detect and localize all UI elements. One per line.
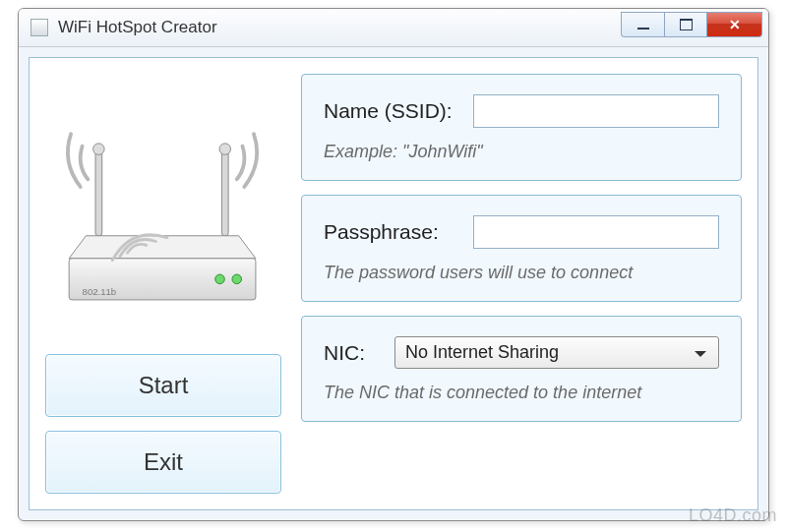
passphrase-group: Passphrase: The password users will use … [301,195,742,302]
left-column: 802.11b Start Exit [45,74,281,494]
app-window: WiFi HotSpot Creator [18,8,769,521]
maximize-button[interactable] [664,12,707,37]
ssid-input[interactable] [473,94,719,128]
window-title: WiFi HotSpot Creator [58,18,217,37]
client-area: 802.11b Start Exit Name (SSID): Example:… [29,57,758,510]
nic-select[interactable]: No Internet Sharing [394,336,719,369]
router-image: 802.11b [45,74,281,340]
router-icon: 802.11b [50,94,276,321]
titlebar[interactable]: WiFi HotSpot Creator [19,9,768,47]
start-button-label: Start [139,372,189,399]
passphrase-hint: The password users will use to connect [324,263,719,283]
nic-selected-value: No Internet Sharing [405,342,559,363]
passphrase-input[interactable] [473,215,719,249]
exit-button[interactable]: Exit [45,431,281,494]
ssid-group: Name (SSID): Example: "JohnWifi" [301,74,742,181]
svg-point-5 [215,274,225,284]
svg-point-6 [232,274,242,284]
svg-point-3 [219,143,231,154]
svg-rect-2 [221,150,228,235]
passphrase-label: Passphrase: [324,220,459,244]
window-controls [621,12,762,37]
ssid-hint: Example: "JohnWifi" [324,142,719,162]
exit-button-label: Exit [144,448,183,476]
nic-group: NIC: No Internet Sharing The NIC that is… [301,316,742,422]
svg-rect-0 [95,150,102,235]
nic-label: NIC: [324,341,381,365]
close-button[interactable] [707,12,762,37]
minimize-button[interactable] [621,12,664,37]
start-button[interactable]: Start [45,354,281,417]
watermark: LO4D.com [689,505,777,526]
router-label-text: 802.11b [83,286,117,297]
right-column: Name (SSID): Example: "JohnWifi" Passphr… [301,74,742,494]
nic-hint: The NIC that is connected to the interne… [324,383,719,403]
ssid-label: Name (SSID): [324,99,459,123]
app-icon [30,19,48,36]
svg-point-1 [93,143,105,154]
